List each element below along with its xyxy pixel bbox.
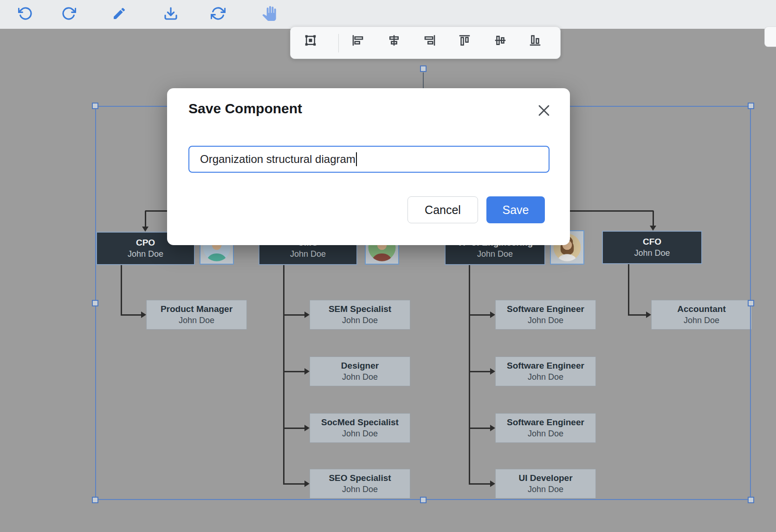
align-middle-vertical-button[interactable] (491, 31, 510, 50)
selection-handle-bottom-right[interactable] (748, 497, 754, 503)
text-cursor (356, 152, 357, 166)
redo-button[interactable] (58, 2, 80, 25)
pan-icon (262, 6, 277, 21)
align-center-horizontal-button[interactable] (385, 31, 403, 50)
edit-button[interactable] (108, 2, 130, 25)
download-button[interactable] (160, 2, 182, 25)
pan-button[interactable] (258, 2, 280, 25)
save-component-modal: Save Component Organization structural d… (167, 88, 570, 245)
select-component-button[interactable] (301, 31, 320, 50)
app-screen: CPO John Doe CMO John Doe VP of Engineer… (0, 0, 776, 532)
save-button[interactable]: Save (486, 196, 545, 223)
close-icon (537, 104, 551, 117)
align-top-button[interactable] (455, 31, 474, 50)
selection-handle-top-right[interactable] (748, 103, 754, 109)
undo-button[interactable] (14, 2, 37, 25)
align-left-icon (351, 33, 365, 47)
align-top-icon (458, 33, 472, 47)
selection-handle-middle-left[interactable] (92, 300, 98, 306)
selection-handle-top-left[interactable] (92, 103, 98, 109)
connector-line (423, 72, 424, 88)
selection-handle-middle-right[interactable] (748, 300, 754, 306)
refresh-icon (211, 6, 226, 21)
component-name-input[interactable]: Organization structural diagram (188, 146, 550, 173)
redo-icon (61, 6, 76, 21)
toolbar-divider (338, 34, 339, 52)
select-component-icon (304, 33, 317, 47)
undo-icon (18, 6, 33, 21)
modal-title: Save Component (188, 101, 302, 117)
selection-handle-top-center[interactable] (420, 65, 427, 72)
cancel-button[interactable]: Cancel (407, 196, 478, 223)
component-name-value: Organization structural diagram (200, 153, 356, 166)
align-center-horizontal-icon (387, 33, 401, 47)
selection-handle-bottom-left[interactable] (92, 497, 98, 503)
edit-icon (112, 6, 127, 21)
top-toolbar (0, 0, 776, 29)
align-middle-vertical-icon (493, 33, 507, 47)
refresh-button[interactable] (207, 2, 229, 25)
download-icon (163, 6, 178, 21)
align-bottom-button[interactable] (526, 31, 544, 50)
selection-handle-bottom-center[interactable] (420, 497, 427, 503)
secondary-toolbar-fragment (764, 26, 776, 47)
close-button[interactable] (536, 102, 552, 119)
align-right-button[interactable] (420, 31, 439, 50)
align-bottom-icon (528, 33, 542, 47)
align-right-icon (423, 33, 437, 47)
align-left-button[interactable] (349, 31, 367, 50)
alignment-toolbar (290, 26, 561, 59)
